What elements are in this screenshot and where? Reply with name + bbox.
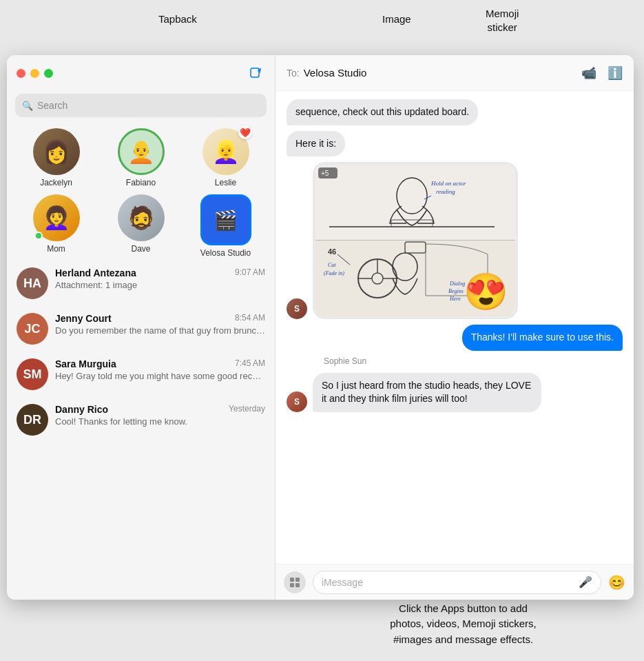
sara-avatar: SM [17, 358, 48, 390]
mom-avatar-wrap: 👩‍🦱 [33, 194, 80, 241]
jenny-time: 8:54 AM [235, 313, 265, 324]
audio-icon: 🎤 [579, 576, 592, 589]
svg-text:Dialog: Dialog [449, 281, 465, 287]
herland-name: Herland Antezana [55, 267, 136, 278]
sara-content: Sara Murguia 7:45 AM Hey! Gray told me y… [55, 358, 265, 381]
pinned-dave[interactable]: 🧔 Dave [110, 194, 172, 258]
conv-sara[interactable]: SM Sara Murguia 7:45 AM Hey! Gray told m… [7, 352, 275, 397]
sara-header: Sara Murguia 7:45 AM [55, 358, 265, 369]
herland-preview: Attachment: 1 image [55, 280, 265, 290]
fabiano-avatar-wrap: 🧑‍🦲 [118, 128, 165, 175]
msg-bubble-sent: Thanks! I'll make sure to use this. [462, 325, 623, 351]
danny-preview: Cool! Thanks for letting me know. [55, 416, 265, 427]
danny-content: Danny Rico Yesterday Cool! Thanks for le… [55, 404, 265, 427]
pinned-row-1: 👩 Jackelyn 🧑‍🦲 Fabiano 👱‍♀️ [7, 124, 275, 190]
chat-messages: sequence, check out this updated board. … [276, 91, 634, 564]
conv-herland[interactable]: HA Herland Antezana 9:07 AM Attachment: … [7, 261, 275, 306]
conv-danny[interactable]: DR Danny Rico Yesterday Cool! Thanks for… [7, 397, 275, 443]
close-button[interactable] [17, 69, 25, 78]
sidebar: 🔍 Search 👩 Jackelyn 🧑‍🦲 [7, 55, 276, 600]
chat-input-bar: iMessage 🎤 😊 [276, 564, 634, 600]
msg-row-2: Here it is: [287, 131, 623, 157]
search-input[interactable]: Search [37, 100, 67, 111]
sender-label-sophie: Sophie Sun [324, 356, 623, 366]
emoji-button[interactable]: 😊 [608, 574, 625, 591]
danny-name: Danny Rico [55, 404, 108, 415]
danny-header: Danny Rico Yesterday [55, 404, 265, 415]
minimize-button[interactable] [30, 69, 39, 78]
chat-recipient: Velosa Studio [304, 67, 581, 79]
tapback-annotation: Tapback [158, 12, 197, 26]
info-icon[interactable]: ℹ️ [607, 65, 623, 81]
velosa-avatar: 🎬 [202, 196, 249, 243]
jackelyn-avatar-wrap: 👩 [33, 128, 80, 175]
herland-time: 9:07 AM [235, 267, 265, 278]
chat-header: To: Velosa Studio 📹 ℹ️ [276, 55, 634, 91]
svg-text:(Fade in): (Fade in) [324, 270, 344, 276]
apps-button[interactable] [284, 571, 306, 593]
pinned-leslie[interactable]: 👱‍♀️ ❤️ Leslie [195, 128, 257, 187]
msg-row-1: sequence, check out this updated board. [287, 99, 623, 125]
dave-avatar-wrap: 🧔 [118, 194, 165, 241]
msg-row-image: S [287, 162, 623, 319]
compose-button[interactable] [246, 63, 265, 83]
msg-row-sophie: S So I just heard from the studio heads,… [287, 373, 623, 412]
pinned-fabiano[interactable]: 🧑‍🦲 Fabiano [110, 128, 172, 187]
image-annotation: Image [382, 12, 411, 26]
search-bar[interactable]: 🔍 Search [15, 94, 267, 117]
conv-jenny[interactable]: JC Jenny Court 8:54 AM Do you remember t… [7, 306, 275, 352]
jackelyn-avatar: 👩 [33, 128, 80, 175]
image-bubble: Hold on actor reading [313, 162, 518, 319]
fabiano-avatar: 🧑‍🦲 [118, 128, 165, 175]
msg-row-sent: Thanks! I'll make sure to use this. [287, 325, 623, 351]
memoji-annotation: Memojisticker [486, 7, 519, 34]
svg-rect-4 [315, 165, 515, 241]
msg-bubble-1: sequence, check out this updated board. [287, 99, 478, 125]
svg-rect-32 [295, 583, 300, 587]
pinned-jackelyn[interactable]: 👩 Jackelyn [25, 128, 87, 187]
bottom-annotation: Click the Apps button to addphotos, vide… [289, 601, 637, 648]
svg-text:46: 46 [328, 247, 336, 256]
titlebar [7, 55, 275, 91]
svg-text:Cut: Cut [328, 262, 336, 268]
memoji-label: Memojisticker [486, 8, 519, 33]
tapback-label: Tapback [158, 13, 197, 25]
pinned-row-2: 👩‍🦱 Mom 🧔 Dave [7, 190, 275, 261]
sophie-mini-avatar: S [287, 391, 307, 412]
svg-rect-0 [251, 68, 259, 77]
conversation-list: HA Herland Antezana 9:07 AM Attachment: … [7, 261, 275, 600]
herland-content: Herland Antezana 9:07 AM Attachment: 1 i… [55, 267, 265, 290]
sender-mini-avatar: S [287, 298, 307, 319]
jenny-header: Jenny Court 8:54 AM [55, 313, 265, 324]
svg-text:reading: reading [436, 188, 455, 195]
leslie-name: Leslie [215, 178, 236, 187]
chat-area: To: Velosa Studio 📹 ℹ️ sequence, check o… [276, 55, 634, 600]
video-call-icon[interactable]: 📹 [581, 65, 596, 81]
jenny-preview: Do you remember the name of that guy fro… [55, 325, 265, 336]
imessage-input[interactable]: iMessage 🎤 [313, 571, 601, 594]
danny-avatar: DR [17, 404, 48, 436]
input-placeholder: iMessage [322, 577, 363, 588]
fullscreen-button[interactable] [44, 69, 53, 78]
svg-rect-31 [290, 583, 294, 587]
svg-text:+5: +5 [321, 170, 329, 177]
jenny-avatar: JC [17, 313, 48, 345]
pinned-velosa-studio[interactable]: 🎬 Velosa Studio [195, 194, 257, 258]
jenny-content: Jenny Court 8:54 AM Do you remember the … [55, 313, 265, 336]
herland-avatar: HA [17, 267, 48, 299]
to-label: To: [287, 68, 300, 79]
pinned-mom[interactable]: 👩‍🦱 Mom [25, 194, 87, 258]
svg-text:Begins: Begins [448, 288, 464, 294]
svg-text:Hold on actor: Hold on actor [430, 180, 466, 187]
chat-header-icons: 📹 ℹ️ [581, 65, 623, 81]
image-label: Image [382, 13, 411, 25]
svg-line-2 [260, 69, 260, 72]
sara-name: Sara Murguia [55, 358, 116, 369]
bottom-caption-label: Click the Apps button to addphotos, vide… [390, 602, 537, 645]
messages-window: 🔍 Search 👩 Jackelyn 🧑‍🦲 [7, 55, 634, 600]
fabiano-name: Fabiano [126, 178, 156, 187]
search-icon: 🔍 [22, 101, 33, 111]
msg-bubble-2: Here it is: [287, 131, 345, 157]
dave-avatar: 🧔 [118, 194, 165, 241]
msg-bubble-sophie: So I just heard from the studio heads, t… [313, 373, 541, 412]
